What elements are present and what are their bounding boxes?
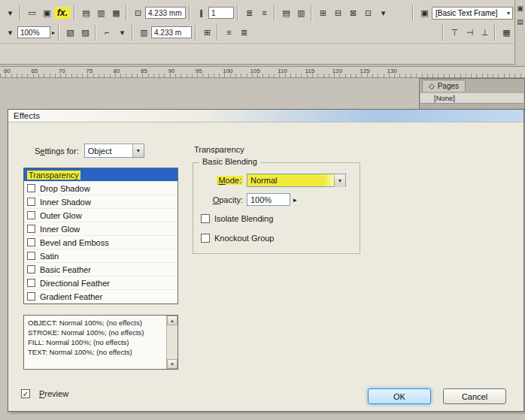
effect-item-drop-shadow[interactable]: Drop Shadow <box>24 182 178 195</box>
gutter-icon[interactable]: ▥ <box>136 26 150 40</box>
text-wrap-around-icon[interactable]: ▥ <box>93 6 108 20</box>
dock-panel-icon-1[interactable]: ▣ <box>517 5 523 12</box>
stroke-style-icon[interactable]: ▧ <box>62 26 77 40</box>
opacity-row: Opacity: 100% ▸ <box>201 193 297 206</box>
toolbar-separator <box>237 5 238 21</box>
scroll-down-icon[interactable]: ▼ <box>167 359 178 369</box>
effect-checkbox-directional-feather[interactable] <box>27 279 35 287</box>
scroll-up-icon[interactable]: ▲ <box>167 316 178 325</box>
effect-checkbox-outer-glow[interactable] <box>27 211 35 219</box>
space-icon[interactable]: ⊡ <box>360 6 375 20</box>
align-horizontal-icon[interactable]: ⊞ <box>315 6 329 20</box>
effect-checkbox-inner-shadow[interactable] <box>27 198 35 206</box>
cancel-button[interactable]: Cancel <box>443 388 506 404</box>
effect-checkbox-gradient-feather[interactable] <box>27 292 35 301</box>
scale-reference-dropdown[interactable]: ▾ <box>2 26 17 40</box>
effects-fx-button[interactable]: fx. <box>54 7 71 19</box>
toolbar-separator <box>132 25 133 41</box>
effect-checkbox-drop-shadow[interactable] <box>27 184 35 192</box>
basic-blending-group: Basic Blending Mode: Normal ▾ Opacity: 1… <box>193 162 360 254</box>
align-left-icon[interactable]: ⊣ <box>462 26 476 40</box>
effect-item-gradient-feather[interactable]: Gradient Feather <box>24 290 178 304</box>
corner-shape-arrow[interactable]: ▾ <box>114 26 129 40</box>
ruler-number: 80 <box>114 68 120 74</box>
knockout-group-checkbox[interactable] <box>201 234 210 243</box>
object-style-combo[interactable]: [Basic Text Frame]▾ <box>432 7 513 20</box>
fill-style-icon[interactable]: ▨ <box>77 26 92 40</box>
effect-label-basic-feather: Basic Feather <box>40 265 91 274</box>
align-top-icon[interactable]: ⊤ <box>447 26 461 40</box>
distribute-icon[interactable]: ⊠ <box>345 6 360 20</box>
effect-checkbox-inner-glow[interactable] <box>27 225 35 233</box>
toolbar-separator <box>95 25 96 41</box>
effect-item-basic-feather[interactable]: Basic Feather <box>24 263 178 276</box>
chevron-down-icon: ▾ <box>505 10 512 17</box>
dialog-titlebar[interactable]: Effects <box>8 110 523 122</box>
ruler-number: 125 <box>360 68 369 74</box>
toolbar-separator <box>494 25 496 41</box>
blend-mode-dropdown[interactable]: Normal ▾ <box>247 174 346 187</box>
baseline-grid-icon[interactable]: ▤ <box>278 6 293 20</box>
frame-icon[interactable]: ▣ <box>39 6 53 20</box>
reference-point-dropdown[interactable]: ▾ <box>2 6 17 20</box>
preview-checkbox[interactable]: ✓ <box>21 389 30 398</box>
corner-options-icon[interactable]: ⊡ <box>130 6 144 20</box>
align-vertical-icon[interactable]: ⊟ <box>330 6 344 20</box>
text-wrap-jump-icon[interactable]: ▦ <box>108 6 123 20</box>
isolate-blending-row[interactable]: Isolate Blending <box>201 214 273 223</box>
ruler-number: 85 <box>141 68 147 74</box>
pages-none-item[interactable]: [None] <box>420 93 523 104</box>
isolate-blending-checkbox[interactable] <box>201 214 210 223</box>
panel-options-icon[interactable]: ▦ <box>499 26 513 40</box>
opacity-input[interactable]: 100% <box>247 193 290 206</box>
document-icon[interactable]: ▭ <box>24 6 38 20</box>
ruler-number: 95 <box>196 68 202 74</box>
object-style-icon[interactable]: ▣ <box>417 6 431 20</box>
effect-item-inner-glow[interactable]: Inner Glow <box>24 222 178 236</box>
object-style-combo-value: [Basic Text Frame] <box>435 9 498 17</box>
control-toolbar: ▾▭▣fx.▤▥▦⊡4.233 mm|||1≣≡▤▥⊞⊟⊠⊡▾▣[Basic T… <box>0 0 525 65</box>
toolbar-separator <box>189 5 190 21</box>
ruler-number: 105 <box>250 68 260 74</box>
pages-panel-tab[interactable]: ◇ Pages <box>422 80 466 92</box>
columns-count-input[interactable]: 1 <box>208 7 234 19</box>
settings-for-dropdown[interactable]: Object ▾ <box>84 144 144 158</box>
opacity-slider-arrow-icon[interactable]: ▸ <box>293 196 297 204</box>
effect-checkbox-bevel-and-emboss[interactable] <box>27 238 35 246</box>
text-align-icon-2[interactable]: ≡ <box>256 6 271 20</box>
effect-label-transparency: Transparency <box>27 171 80 180</box>
effect-item-bevel-and-emboss[interactable]: Bevel and Emboss <box>24 236 178 249</box>
ok-button[interactable]: OK <box>368 388 431 404</box>
effect-item-satin[interactable]: Satin <box>24 249 178 263</box>
distribute-lines-icon-2[interactable]: ≣ <box>236 26 250 40</box>
align-bottom-icon[interactable]: ⊥ <box>477 26 491 40</box>
effect-item-transparency[interactable]: Transparency <box>24 168 178 182</box>
scale-percent-combo[interactable]: 100%▸ <box>17 26 55 38</box>
align-menu-arrow[interactable]: ▾ <box>375 6 390 20</box>
effect-item-inner-shadow[interactable]: Inner Shadow <box>24 195 178 209</box>
summary-scrollbar[interactable]: ▲ ▼ <box>166 316 178 369</box>
distribute-lines-icon-1[interactable]: ≡ <box>221 26 235 40</box>
gutter-size-input[interactable]: 4.233 m <box>151 26 192 38</box>
dock-panel-icon-2[interactable]: ▤ <box>517 18 523 26</box>
text-align-icon-1[interactable]: ≣ <box>241 6 256 20</box>
text-wrap-none-icon[interactable]: ▤ <box>78 6 93 20</box>
columns-icon[interactable]: ||| <box>193 6 208 20</box>
mode-row: Mode: Normal ▾ <box>201 174 346 187</box>
frame-grid-icon[interactable]: ▥ <box>293 6 308 20</box>
preview-row[interactable]: ✓ Preview <box>21 389 68 398</box>
effect-checkbox-basic-feather[interactable] <box>27 265 35 273</box>
corner-radius-input[interactable]: 4.233 mm <box>145 7 186 19</box>
effect-item-outer-glow[interactable]: Outer Glow <box>24 209 178 222</box>
corner-shape-icon[interactable]: ⌐ <box>99 26 114 40</box>
dialog-title: Effects <box>14 111 40 120</box>
grid-icon[interactable]: ⊞ <box>199 26 214 40</box>
ruler-number: 110 <box>278 68 287 74</box>
ruler[interactable]: 6065707580859095100105110115120125130 <box>0 66 525 78</box>
knockout-group-row[interactable]: Knockout Group <box>201 234 275 243</box>
blend-mode-value: Normal <box>250 176 334 185</box>
effect-item-directional-feather[interactable]: Directional Feather <box>24 276 178 290</box>
effect-checkbox-satin[interactable] <box>27 252 35 260</box>
effect-label-bevel-and-emboss: Bevel and Emboss <box>40 238 109 247</box>
toolbar-separator <box>20 5 21 21</box>
